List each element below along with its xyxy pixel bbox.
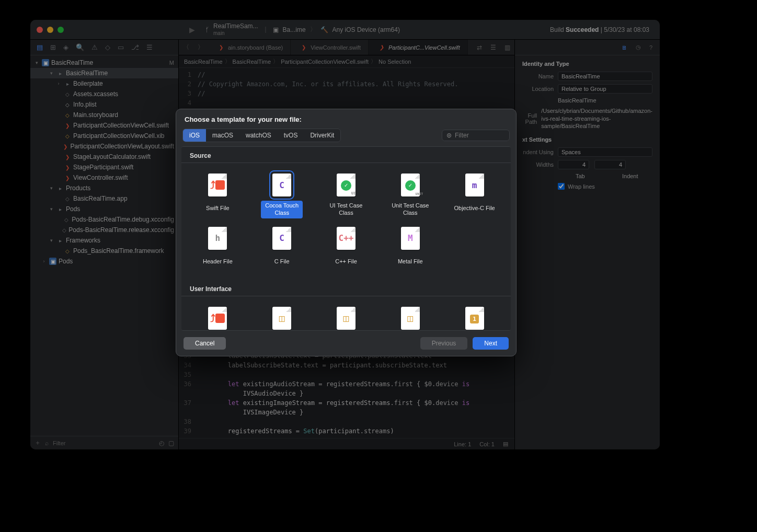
debug-icon[interactable]: ▭ (118, 43, 124, 51)
clock-icon[interactable]: ◴ (159, 440, 164, 447)
symbol-icon[interactable]: ◈ (63, 43, 68, 51)
file-tree[interactable]: ▾▣ BasicRealTime M ▾▸BasicRealTime›▸Boil… (30, 55, 178, 436)
previous-button[interactable]: Previous (420, 337, 468, 350)
file-inspector-icon[interactable]: 🗎 (622, 44, 627, 51)
path-segment[interactable]: BasicRealTime (184, 59, 223, 65)
tree-item[interactable]: ◇BasicRealTime.app (30, 193, 178, 204)
template-icon: ◫ (272, 307, 291, 330)
name-field[interactable]: BasicRealTime (558, 72, 652, 81)
path-segment[interactable]: BasicRealTime (233, 59, 271, 65)
tree-item[interactable]: ❯ParticipantCollectionViewLayout.swift (30, 141, 178, 152)
test-icon[interactable]: ◇ (105, 43, 110, 51)
editor-tab[interactable]: ❯ViewController.swift (291, 40, 369, 55)
navigator-tabs[interactable]: ▤ ⊞ ◈ 🔍 ⚠ ◇ ▭ ⎇ ☰ (30, 40, 178, 55)
project-root[interactable]: ▾▣ BasicRealTime M (30, 57, 178, 68)
path-segment[interactable]: No Selection (378, 59, 411, 65)
issue-icon[interactable]: ⚠ (91, 43, 98, 51)
editor-tab[interactable]: ❯ParticipantC...ViewCell.swift (369, 40, 468, 55)
forward-icon[interactable]: 〉 (193, 43, 208, 52)
history-inspector-icon[interactable]: ◷ (636, 44, 641, 51)
tree-item[interactable]: ◇Info.plist (30, 99, 178, 110)
tree-item[interactable]: ›▣Pods (30, 256, 178, 267)
tree-item[interactable]: ▾▸Frameworks (30, 235, 178, 246)
template-objective-c-file[interactable]: mObjective-C File (442, 169, 507, 223)
help-inspector-icon[interactable]: ? (649, 44, 652, 51)
identity-section: Identity and Type (515, 55, 660, 70)
template-metal-file[interactable]: MMetal File (378, 223, 442, 274)
inspector-tabs[interactable]: 🗎 ◷ ? (515, 40, 660, 55)
plus-icon[interactable]: ＋ (35, 438, 41, 447)
tree-item-label: ParticipantCollectionViewCell.swift (73, 122, 169, 129)
template-ui-test-case-class[interactable]: ✓UIUI Test CaseClass (314, 169, 378, 223)
tree-item[interactable]: ›▸Boilerplate (30, 78, 178, 89)
tree-item[interactable]: ▾▸Products (30, 183, 178, 193)
template-swift-file[interactable]: ⤴Swift File (186, 169, 250, 223)
template-storyboard[interactable]: ◫Storyboard (250, 303, 314, 331)
split-icon[interactable]: ▥ (500, 44, 514, 51)
report-icon[interactable]: ☰ (146, 43, 153, 51)
editor-tab[interactable]: ❯ain.storyboard (Base) (208, 40, 291, 55)
template-filter[interactable]: ⊜ (442, 130, 510, 141)
platform-tab-tvos[interactable]: tvOS (278, 129, 304, 142)
template-icon: ✓UNIT (401, 174, 420, 196)
path-segment[interactable]: ParticipantCollectionViewCell.swift (281, 59, 369, 65)
filter-input[interactable] (53, 440, 155, 446)
scm-icon[interactable]: ⊞ (50, 43, 56, 51)
authors-icon[interactable]: ☰ (486, 44, 500, 51)
tree-item[interactable]: ◇Assets.xcassets (30, 89, 178, 99)
back-icon[interactable]: 〈 (179, 43, 193, 52)
platform-tab-watchos[interactable]: watchOS (239, 129, 278, 142)
template-launch-screen[interactable]: 1Launch Screen (442, 303, 507, 331)
scope-icon[interactable]: ▢ (168, 440, 174, 447)
template-filter-input[interactable] (455, 132, 517, 139)
tab-bar: 〈 〉 ❯ain.storyboard (Base)❯ViewControlle… (179, 40, 514, 55)
tree-item[interactable]: ❯ParticipantCollectionViewCell.swift (30, 120, 178, 131)
template-list[interactable]: Source⤴Swift FileCCocoa TouchClass✓UIUI … (181, 146, 511, 331)
breakpoint-icon[interactable]: ⎇ (131, 43, 139, 51)
jump-bar[interactable]: BasicRealTime〉BasicRealTime〉ParticipantC… (179, 55, 514, 68)
cancel-button[interactable]: Cancel (183, 337, 226, 350)
platform-tab-driverkit[interactable]: DriverKit (304, 129, 340, 142)
wrap-lines-checkbox[interactable] (558, 183, 565, 190)
tree-item[interactable]: ❯ViewController.swift (30, 172, 178, 183)
tree-item[interactable]: ◇ParticipantCollectionViewCell.xib (30, 131, 178, 141)
navigator-filter[interactable]: ＋ ⌕ ◴ ▢ (30, 436, 178, 449)
template-cocoa-touch-class[interactable]: CCocoa TouchClass (250, 169, 314, 223)
zoom-window-icon[interactable] (58, 27, 64, 33)
location-sub: BasicRealTime (558, 97, 652, 104)
minimize-window-icon[interactable] (47, 27, 53, 33)
find-icon[interactable]: 🔍 (76, 43, 84, 51)
template-icon: M (401, 227, 420, 250)
indent-width-field[interactable]: 4 (594, 160, 626, 169)
template-c-file[interactable]: C++C++ File (314, 223, 378, 274)
tree-item[interactable]: ▾▸BasicRealTime (30, 68, 178, 78)
folder-icon[interactable]: ▤ (37, 43, 43, 51)
location-popup[interactable]: Relative to Group (558, 84, 652, 94)
platform-tabs[interactable]: iOSmacOSwatchOStvOSDriverKit (182, 129, 341, 142)
branch-icon: ᚶ (205, 26, 209, 33)
run-button-icon[interactable]: ▶ (189, 26, 195, 34)
tree-item[interactable]: ◇Main.storyboard (30, 110, 178, 120)
platform-tab-ios[interactable]: iOS (183, 129, 206, 142)
next-button[interactable]: Next (473, 337, 509, 350)
template-empty[interactable]: ◫Empty (378, 303, 442, 331)
template-unit-test-case-class[interactable]: ✓UNITUnit Test CaseClass (378, 169, 442, 223)
swap-icon[interactable]: ⇄ (473, 44, 486, 51)
tree-item[interactable]: ◇Pods-BasicRealTime.debug.xcconfig (30, 214, 178, 225)
template-view[interactable]: ◫View (314, 303, 378, 331)
template-header-file[interactable]: hHeader File (186, 223, 250, 274)
template-swiftui-view[interactable]: ⤴SwiftUI View (186, 303, 250, 331)
close-window-icon[interactable] (37, 27, 43, 33)
tab-width-field[interactable]: 4 (558, 160, 589, 169)
tree-item[interactable]: ❯StageLayoutCalculator.swift (30, 152, 178, 162)
tree-item[interactable]: ◇Pods_BasicRealTime.framework (30, 246, 178, 256)
scheme-selector[interactable]: ᚶ RealTimeSam... main ｜ ▣ Ba...ime 〉 🔨 A… (205, 23, 400, 36)
template-c-file[interactable]: CC File (250, 223, 314, 274)
template-section-header: Source (181, 147, 511, 163)
map-icon[interactable]: ▤ (503, 441, 508, 447)
platform-tab-macos[interactable]: macOS (206, 129, 239, 142)
tree-item[interactable]: ▾▸Pods (30, 204, 178, 214)
indent-using-popup[interactable]: Spaces (558, 147, 652, 157)
tree-item[interactable]: ◇Pods-BasicRealTime.release.xcconfig (30, 225, 178, 235)
tree-item[interactable]: ❯StageParticipant.swift (30, 162, 178, 172)
